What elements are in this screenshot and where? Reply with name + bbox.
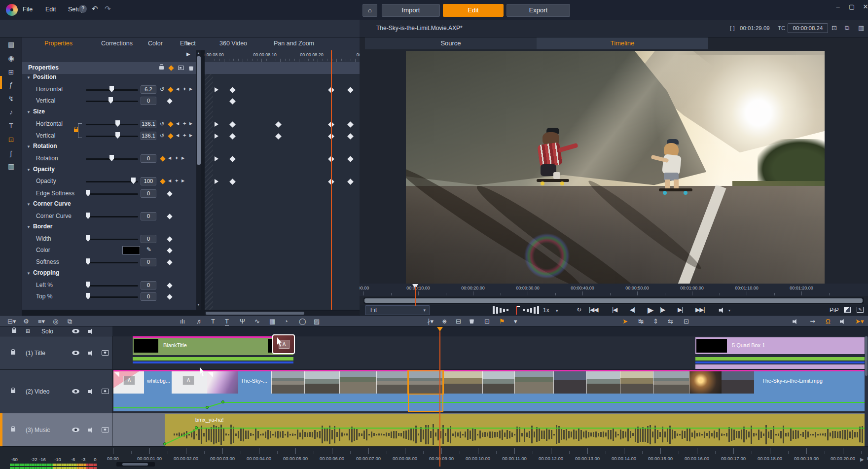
keyframe-toggle-icon[interactable] — [167, 259, 172, 265]
slider-knob-horizontal[interactable] — [115, 120, 120, 127]
track-keyframe-icon[interactable] — [102, 350, 109, 356]
value-cropping-top[interactable]: 0 — [141, 292, 156, 301]
preview-scrollbar-thumb[interactable] — [364, 298, 863, 303]
slide-icon[interactable]: ⇆ — [668, 318, 673, 325]
scroll-down-icon[interactable]: ▼ — [197, 303, 200, 306]
maximize-button[interactable]: ▢ — [845, 3, 858, 10]
keyframe-toggle-icon[interactable] — [160, 179, 165, 184]
keyframe-start-size-vertical[interactable] — [215, 134, 218, 139]
tab-timeline[interactable]: Timeline — [537, 37, 708, 49]
properties-scrollbar[interactable]: ▲▼ — [196, 50, 201, 310]
keyframe-rotation[interactable] — [229, 156, 236, 162]
montage-icon[interactable]: ▥ — [0, 162, 22, 170]
export-button[interactable]: Export — [506, 4, 570, 17]
music-keyframe-dot[interactable] — [195, 426, 198, 429]
slider-knob-softness[interactable] — [86, 258, 90, 265]
tab-pan-and-zoom[interactable]: Pan and Zoom — [274, 40, 314, 47]
loop-icon[interactable]: ↻ — [577, 306, 581, 313]
keyframe-position-horizontal[interactable] — [229, 87, 236, 93]
seamless-transition-icon[interactable]: ⇝ — [810, 318, 815, 325]
video-preview[interactable] — [406, 51, 825, 284]
volume-dropdown-icon[interactable]: ▾ — [728, 308, 730, 313]
settings-gear-icon[interactable]: ⚙ — [23, 318, 29, 325]
keyframe-toggle-icon[interactable] — [167, 294, 172, 299]
dynamic-zoom-icon[interactable]: ⊡ — [684, 318, 689, 325]
section-collapse-icon[interactable]: ▼ — [27, 75, 31, 80]
track-lock-icon[interactable] — [11, 351, 15, 355]
wave-icon[interactable]: ∿ — [254, 318, 260, 325]
prev-keyframe-icon[interactable]: ◀ — [168, 179, 171, 183]
value-border-softness[interactable]: 0 — [141, 258, 156, 266]
home-button[interactable]: ⌂ — [362, 4, 377, 17]
redo-icon[interactable]: ↷ — [105, 4, 111, 13]
video-clip-thumb[interactable] — [620, 371, 653, 394]
music-keyframe-dot[interactable] — [163, 442, 166, 445]
keyframe-opacity[interactable] — [229, 179, 236, 185]
scorefitter-icon[interactable]: ♬ — [196, 318, 203, 325]
keyframe-toggle-icon[interactable] — [168, 133, 173, 139]
video-clip-thumb[interactable] — [443, 371, 482, 394]
slider-softness[interactable] — [86, 262, 138, 263]
preview-playhead-line[interactable] — [415, 287, 416, 306]
keyframe-toggle-icon[interactable] — [167, 191, 172, 196]
track-keyframe-icon[interactable] — [102, 427, 109, 433]
track-keyframe-icon[interactable] — [102, 389, 109, 394]
header-thumbnail-icon[interactable] — [178, 66, 184, 70]
magnet-icon[interactable]: Ω — [826, 318, 831, 325]
keyframe-size-vertical[interactable] — [347, 133, 354, 140]
marker-dd-icon[interactable]: ▾ — [514, 318, 517, 325]
keyframe-playhead[interactable] — [331, 50, 332, 310]
overlay-icon[interactable]: ⊡ — [0, 136, 22, 144]
track-eye-icon[interactable] — [72, 389, 79, 394]
keyframe-toggle-icon[interactable] — [168, 121, 173, 127]
pip-toggle-icon[interactable] — [844, 307, 851, 313]
slider-horizontal[interactable] — [86, 124, 138, 125]
keyframe-rotation[interactable] — [347, 156, 354, 162]
track-audio-icon[interactable] — [88, 389, 95, 395]
audio-icon[interactable]: ♪ — [0, 108, 22, 116]
split-clip-icon[interactable]: ∤▾ — [427, 318, 434, 325]
customize-toolbar-icon[interactable]: ⊟▾ — [7, 318, 16, 325]
video-clip-thumb[interactable] — [586, 371, 620, 394]
next-keyframe-icon[interactable]: ▶ — [189, 121, 192, 126]
keyframe-size-vertical[interactable] — [275, 133, 282, 140]
slider-left[interactable] — [86, 285, 138, 287]
playback-speed[interactable]: 1x — [543, 307, 549, 314]
track-size-icon[interactable]: ≡▾ — [38, 318, 45, 325]
next-keyframe-icon[interactable]: ▶ — [189, 133, 192, 138]
value-border-width[interactable]: 0 — [141, 235, 156, 243]
video-clip-thumb[interactable] — [376, 371, 408, 394]
slider-knob-vertical[interactable] — [115, 132, 120, 139]
size-link-lock-icon[interactable] — [74, 129, 78, 132]
transitions-icon[interactable]: ◉ — [0, 54, 22, 62]
audio-scrub-icon[interactable] — [793, 319, 799, 324]
track-name-1-title[interactable]: (1) Title — [26, 350, 45, 357]
mask-icon[interactable]: ◯ — [299, 318, 306, 325]
value-size-vertical[interactable]: 136.1 — [141, 132, 156, 140]
video-clip-thumb[interactable] — [482, 371, 514, 394]
time-remap-icon[interactable]: ◔ — [284, 318, 288, 325]
subtitle-icon[interactable]: T — [225, 318, 229, 326]
chroma-icon[interactable]: ▨ — [314, 318, 320, 325]
value-position-vertical[interactable]: 0 — [141, 97, 156, 105]
keyframe-size-vertical[interactable] — [229, 133, 236, 140]
next-keyframe-icon[interactable]: ▶ — [181, 179, 184, 183]
timeline-playhead-marker[interactable] — [437, 327, 443, 331]
timecode-field[interactable]: 00:00:08.24 — [788, 23, 828, 33]
close-button[interactable]: ✕ — [859, 3, 868, 10]
snapshot-icon[interactable]: ⊡ — [484, 318, 490, 325]
track-name-3-music[interactable]: (3) Music — [26, 427, 50, 433]
interp-icon[interactable]: ✦ — [182, 86, 186, 92]
tracks-vscroll-thumb[interactable] — [865, 336, 868, 376]
track-lock-icon[interactable] — [11, 390, 15, 393]
video-clip-thumb[interactable] — [514, 371, 553, 394]
go-start-icon[interactable]: |◀◀ — [589, 306, 598, 313]
keyframe-toggle-icon[interactable] — [167, 98, 172, 104]
prev-keyframe-icon[interactable]: ◀ — [176, 87, 179, 91]
slider-opacity[interactable] — [86, 181, 138, 182]
slider-knob-horizontal[interactable] — [109, 86, 114, 92]
edit-button[interactable]: Edit — [443, 4, 504, 17]
keyframe-panel[interactable]: 00:00:08.0000:00:08.1000:00:08.2000: — [205, 50, 360, 310]
kf-play-icon[interactable]: ▶ — [186, 51, 190, 57]
tab-properties[interactable]: Properties — [44, 40, 72, 47]
